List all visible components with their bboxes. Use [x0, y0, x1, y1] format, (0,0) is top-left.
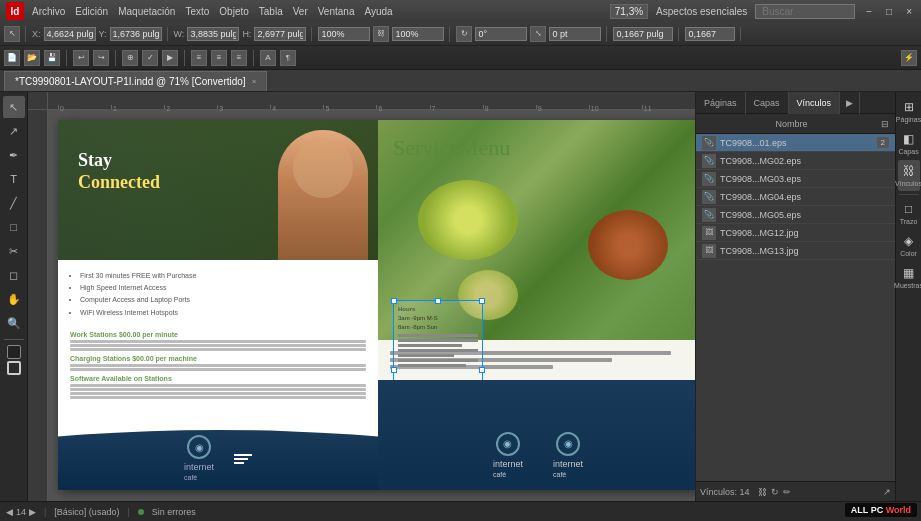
menu-tabla[interactable]: Tabla [259, 6, 283, 17]
stroke-field[interactable] [613, 27, 673, 41]
menu-ayuda[interactable]: Ayuda [364, 6, 392, 17]
char-style-icon[interactable]: A [260, 50, 276, 66]
pen-tool[interactable]: ✒ [3, 144, 25, 166]
link-item-6[interactable]: 🖼 TC9908...MG13.jpg [696, 242, 895, 260]
maximize-button[interactable]: □ [883, 6, 895, 17]
toggle-icon[interactable]: ⚡ [901, 50, 917, 66]
new-doc-icon[interactable]: 📄 [4, 50, 20, 66]
swatches-sym: ▦ [903, 266, 914, 280]
w-field[interactable] [187, 27, 239, 41]
type-tool[interactable]: T [3, 168, 25, 190]
edit-link-icon[interactable]: ✏ [783, 487, 791, 497]
close-button[interactable]: × [903, 6, 915, 17]
open-icon[interactable]: 📂 [24, 50, 40, 66]
tab-close-button[interactable]: × [252, 77, 257, 86]
color-panel-icon[interactable]: ◈ Color [898, 230, 920, 261]
link-item-2[interactable]: 📎 TC9908...MG03.eps [696, 170, 895, 188]
chain-icon[interactable]: ⛓ [373, 26, 389, 42]
toolbar-group-ref [685, 27, 741, 41]
document-tab[interactable]: *TC9990801-LAYOUT-P1I.indd @ 71% [Conver… [4, 71, 267, 91]
link-item-3[interactable]: 📎 TC9908...MG04.eps [696, 188, 895, 206]
redo-icon[interactable]: ↪ [93, 50, 109, 66]
line-tool[interactable]: ╱ [3, 192, 25, 214]
rotate-icon[interactable]: ↻ [456, 26, 472, 42]
zoom-field[interactable] [318, 27, 370, 41]
goto-link-icon[interactable]: ↗ [883, 487, 891, 497]
y-field[interactable] [110, 27, 162, 41]
content-line [70, 368, 366, 371]
sel-handle-tl[interactable] [391, 298, 397, 304]
align-right-icon[interactable]: ≡ [231, 50, 247, 66]
preview-icon[interactable]: ▶ [162, 50, 178, 66]
direct-select-tool[interactable]: ↗ [3, 120, 25, 142]
tick: 3 [217, 105, 270, 109]
tab-capas[interactable]: Capas [746, 92, 789, 114]
sel-handle-mr[interactable] [479, 367, 485, 373]
selected-text-frame[interactable]: Hours 3am -9pm M-S 8am -8pm Sun [394, 301, 482, 373]
layers-panel-icon[interactable]: ◧ Capas [898, 128, 920, 159]
select-tool-icon[interactable]: ↖ [4, 26, 20, 42]
x-field[interactable] [44, 27, 96, 41]
sel-handle-tr[interactable] [479, 298, 485, 304]
select-tool[interactable]: ↖ [3, 96, 25, 118]
link-action-icon[interactable]: ⛓ [758, 487, 767, 497]
sel-handle-tc[interactable] [435, 298, 441, 304]
scissors-tool[interactable]: ✂ [3, 240, 25, 262]
sel-handle-ml[interactable] [391, 367, 397, 373]
save-icon[interactable]: 💾 [44, 50, 60, 66]
stroke-panel-icon[interactable]: □ Trazo [898, 198, 920, 229]
pages-panel-icon[interactable]: ⊞ Páginas [898, 96, 920, 127]
align-left-icon[interactable]: ≡ [191, 50, 207, 66]
menu-ventana[interactable]: Ventana [318, 6, 355, 17]
panel-flyout-button[interactable]: ▶ [840, 92, 860, 114]
panel-sort-icon[interactable]: ⊟ [881, 119, 889, 129]
link-item-5[interactable]: 🖼 TC9908...MG12.jpg [696, 224, 895, 242]
hamburger-menu-icon[interactable] [234, 454, 252, 464]
search-input[interactable] [755, 4, 855, 19]
menu-archivo[interactable]: Archivo [32, 6, 65, 17]
minimize-button[interactable]: − [863, 6, 875, 17]
h-label: H: [242, 29, 251, 39]
place-icon[interactable]: ⊕ [122, 50, 138, 66]
ref-field[interactable] [685, 27, 735, 41]
workspace-label[interactable]: Aspectos esenciales [656, 6, 747, 17]
gradient-tool[interactable]: ◻ [3, 264, 25, 286]
update-link-icon[interactable]: ↻ [771, 487, 779, 497]
para-style-icon[interactable]: ¶ [280, 50, 296, 66]
menu-bar[interactable]: Archivo Edición Maquetación Texto Objeto… [32, 6, 393, 17]
canvas-area[interactable]: 0 1 2 3 4 5 6 7 8 9 10 11 [28, 92, 695, 501]
menu-objeto[interactable]: Objeto [219, 6, 248, 17]
stroke-color[interactable] [7, 361, 21, 375]
shear-icon[interactable]: ⤡ [530, 26, 546, 42]
bullets-section: First 30 minutes FREE with Purchase High… [58, 260, 378, 325]
swatches-panel-icon[interactable]: ▦ Muestras [898, 262, 920, 293]
layers-sym: ◧ [903, 132, 914, 146]
zoom-tool[interactable]: 🔍 [3, 312, 25, 334]
next-page-btn[interactable]: ▶ [29, 507, 36, 517]
menu-texto[interactable]: Texto [185, 6, 209, 17]
hand-tool[interactable]: ✋ [3, 288, 25, 310]
rect-tool[interactable]: □ [3, 216, 25, 238]
page-right: ServiceMenu [378, 120, 695, 490]
menu-ver[interactable]: Ver [293, 6, 308, 17]
w-label: W: [174, 29, 185, 39]
tab-paginas[interactable]: Páginas [696, 92, 746, 114]
menu-edicion[interactable]: Edición [75, 6, 108, 17]
link-item-4[interactable]: 📎 TC9908...MG05.eps [696, 206, 895, 224]
preflight-icon[interactable]: ✓ [142, 50, 158, 66]
toolbar-row2: 📄 📂 💾 ↩ ↪ ⊕ ✓ ▶ ≡ ≡ ≡ A ¶ ⚡ [0, 46, 921, 70]
zoom-v-field[interactable] [392, 27, 444, 41]
menu-maquetacion[interactable]: Maquetación [118, 6, 175, 17]
tab-vinculos[interactable]: Vínculos [789, 92, 841, 114]
undo-icon[interactable]: ↩ [73, 50, 89, 66]
shear-field[interactable] [549, 27, 601, 41]
link-item-1[interactable]: 📎 TC9908...MG02.eps [696, 152, 895, 170]
align-center-icon[interactable]: ≡ [211, 50, 227, 66]
rotate-field[interactable] [475, 27, 527, 41]
fill-color[interactable] [7, 345, 21, 359]
link-item-0[interactable]: 📎 TC9908...01.eps 2 [696, 134, 895, 152]
prev-page-btn[interactable]: ◀ [6, 507, 13, 517]
h-field[interactable] [254, 27, 306, 41]
links-panel-icon[interactable]: ⛓ Vínculos [898, 160, 920, 191]
zoom-display[interactable]: 71,3% [610, 4, 648, 19]
